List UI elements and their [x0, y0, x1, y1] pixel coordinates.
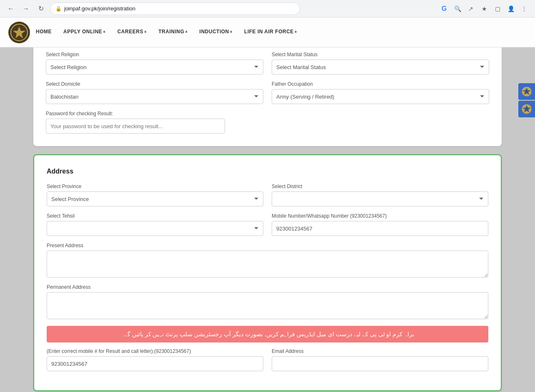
email-input[interactable]	[272, 356, 488, 371]
browser-chrome: ← → ↻ 🔒 joinpaf.gov.pk/join/registration…	[0, 0, 535, 17]
permanent-address-label: Permanent Address	[47, 284, 488, 290]
top-form-section: Select Religion Select Religion Select M…	[33, 47, 502, 146]
side-badge-bottom[interactable]	[518, 101, 535, 117]
district-group: Select District	[272, 184, 488, 206]
permanent-address-textarea[interactable]	[47, 292, 488, 319]
browser-toolbar: G 🔍 ↗ ★ ▢ 👤 ⋮	[438, 3, 530, 15]
tehsil-select[interactable]	[47, 221, 263, 236]
search-icon[interactable]: 🔍	[452, 3, 463, 15]
domicile-label: Select Domicile	[46, 81, 263, 87]
province-select[interactable]: Select Province Punjab Sindh KPK Balochi…	[47, 191, 263, 206]
father-occupation-select[interactable]: Army (Serving / Retired) Navy (Serving /…	[272, 89, 489, 104]
marital-status-select[interactable]: Select Marital Status Single Married	[272, 60, 489, 74]
address-bar[interactable]: 🔒 joinpaf.gov.pk/join/registration	[50, 2, 300, 15]
password-group: Password for checking Result:	[46, 111, 489, 134]
nav-life-in-air-force[interactable]: LIFE IN AIR FORCE +	[238, 17, 303, 47]
religion-group: Select Religion Select Religion	[46, 52, 263, 74]
nav-home[interactable]: HOME	[30, 17, 58, 47]
password-input[interactable]	[46, 119, 225, 134]
religion-select[interactable]: Select Religion	[46, 60, 263, 74]
site-navbar: HOME APPLY ONLINE + CAREERS + TRAINING +…	[0, 17, 535, 47]
domicile-row: Select Domicile Balochistan Punjab Sindh…	[46, 81, 489, 104]
email-label: Email Address	[272, 348, 488, 354]
address-title: Address	[47, 168, 488, 175]
mobile-group: Mobile Number/Whatsapp Number (923001234…	[272, 213, 488, 236]
tab-icon[interactable]: ▢	[492, 3, 503, 15]
page-content: Select Religion Select Religion Select M…	[0, 47, 535, 392]
menu-icon[interactable]: ⋮	[518, 3, 530, 15]
marital-status-row: Select Religion Select Religion Select M…	[46, 52, 489, 74]
permanent-address-group: Permanent Address	[47, 284, 488, 319]
province-district-row: Select Province Select Province Punjab S…	[47, 184, 488, 206]
domicile-select[interactable]: Balochistan Punjab Sindh	[46, 89, 263, 104]
site-logo	[8, 22, 30, 43]
district-select[interactable]	[272, 191, 488, 206]
password-label: Password for checking Result:	[46, 111, 489, 117]
side-badges	[518, 83, 535, 117]
mobile-result-email-row: (Enter correct mobile # for Result and c…	[47, 348, 488, 371]
alert-banner: براہ کرم او ٹی پی کے لیے درست ای میل ایڈ…	[47, 326, 488, 342]
district-label: Select District	[272, 184, 488, 189]
mobile-result-group: (Enter correct mobile # for Result and c…	[47, 348, 263, 371]
forward-button[interactable]: →	[20, 3, 32, 15]
address-section: Address Select Province Select Province …	[33, 154, 502, 391]
province-group: Select Province Select Province Punjab S…	[47, 184, 263, 206]
nav-induction[interactable]: INDUCTION +	[194, 17, 239, 47]
nav-apply-online[interactable]: APPLY ONLINE +	[58, 17, 112, 47]
nav-links: HOME APPLY ONLINE + CAREERS + TRAINING +…	[30, 17, 303, 47]
mobile-label: Mobile Number/Whatsapp Number (923001234…	[272, 213, 488, 219]
domicile-group: Select Domicile Balochistan Punjab Sindh	[46, 81, 263, 104]
present-address-group: Present Address	[47, 243, 488, 278]
bookmark-icon[interactable]: ★	[478, 3, 490, 15]
tehsil-mobile-row: Select Tehsil Mobile Number/Whatsapp Num…	[47, 213, 488, 236]
nav-training[interactable]: TRAINING +	[152, 17, 193, 47]
father-occupation-label: Father Occupation	[272, 81, 489, 87]
reload-button[interactable]: ↻	[35, 3, 47, 15]
marital-status-label: Select Marital Status	[272, 52, 489, 57]
mobile-input[interactable]	[272, 221, 488, 236]
nav-careers[interactable]: CAREERS +	[112, 17, 153, 47]
back-button[interactable]: ←	[5, 3, 17, 15]
present-address-row: Present Address	[47, 243, 488, 278]
province-label: Select Province	[47, 184, 263, 189]
profile-icon[interactable]: 👤	[505, 3, 517, 15]
mobile-result-input[interactable]	[47, 356, 263, 371]
permanent-address-row: Permanent Address	[47, 284, 488, 319]
google-icon[interactable]: G	[438, 3, 450, 15]
religion-label: Select Religion	[46, 52, 263, 57]
tehsil-group: Select Tehsil	[47, 213, 263, 236]
side-badge-top[interactable]	[518, 83, 535, 100]
present-address-label: Present Address	[47, 243, 488, 248]
marital-status-group: Select Marital Status Select Marital Sta…	[272, 52, 489, 74]
share-icon[interactable]: ↗	[465, 3, 477, 15]
mobile-result-label: (Enter correct mobile # for Result and c…	[47, 348, 263, 354]
tehsil-label: Select Tehsil	[47, 213, 263, 219]
present-address-textarea[interactable]	[47, 251, 488, 278]
father-occupation-group: Father Occupation Army (Serving / Retire…	[272, 81, 489, 104]
email-group: Email Address	[272, 348, 488, 371]
